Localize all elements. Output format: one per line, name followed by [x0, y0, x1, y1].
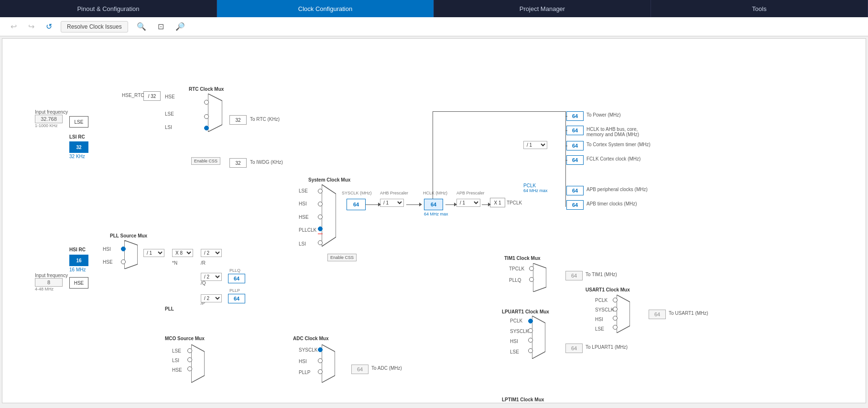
- input-freq-val-1[interactable]: 32.768: [35, 115, 63, 123]
- sys-radio-hse[interactable]: [318, 215, 323, 219]
- pll-src-hse-label: HSE: [103, 259, 113, 265]
- tim1-radio-tpclk[interactable]: [529, 266, 534, 271]
- enable-css-btn-2[interactable]: Enable CSS: [327, 254, 357, 261]
- zoom-in-button[interactable]: 🔍: [134, 20, 149, 33]
- pll-q-select[interactable]: / 2: [201, 273, 222, 281]
- sysclk-val-box[interactable]: 64: [347, 199, 366, 210]
- adc-mux-shape: [322, 344, 335, 383]
- apb-timer-box[interactable]: 64: [566, 200, 584, 210]
- adc-radio-hsi[interactable]: [318, 358, 323, 363]
- to-lpuart1-box[interactable]: 64: [565, 344, 583, 353]
- sysclk-arrow: [378, 203, 381, 206]
- rtc-out-box[interactable]: 32: [229, 115, 247, 125]
- zoom-out-button[interactable]: 🔎: [173, 20, 188, 33]
- tpclk-label: TPCLK: [507, 200, 522, 205]
- ahb-label: AHB Prescaler: [380, 191, 408, 195]
- lpuart1-radio-lse[interactable]: [528, 348, 533, 353]
- usart1-radio-sysclk[interactable]: [613, 307, 618, 311]
- svg-marker-3: [191, 344, 205, 383]
- enable-css-btn-1[interactable]: Enable CSS: [191, 157, 220, 165]
- nav-pinout[interactable]: Pinout & Configuration: [0, 0, 217, 17]
- sys-radio-hsi[interactable]: [318, 202, 323, 206]
- usart1-hsi: HSI: [595, 317, 603, 322]
- cortex-sys-box[interactable]: 64: [566, 141, 584, 150]
- apb-periph-box[interactable]: 64: [566, 186, 584, 195]
- adc-radio-sysclk[interactable]: [318, 347, 323, 352]
- rtc-radio-lse[interactable]: [204, 114, 209, 119]
- hclk-ahb-box[interactable]: 64: [566, 126, 584, 135]
- redo-button[interactable]: ↪: [25, 20, 37, 33]
- right-outputs-vline: [565, 111, 566, 207]
- mco-lsi: LSI: [172, 358, 179, 363]
- adc-out-box[interactable]: 64: [351, 365, 369, 374]
- tim1-radio-pllq[interactable]: [529, 277, 534, 282]
- usart1-radio-pclk[interactable]: [613, 298, 618, 302]
- sys-radio-lse[interactable]: [318, 189, 323, 193]
- sys-radio-lsi[interactable]: [318, 240, 323, 245]
- lsi-rc-label: LSI RC: [69, 134, 85, 140]
- pll-n-select[interactable]: X 8: [172, 249, 193, 257]
- to-rtc-label: To RTC (KHz): [250, 117, 280, 122]
- error-line: [318, 234, 323, 234]
- hsi-value-box[interactable]: 16: [69, 255, 88, 266]
- mco-radio-hse[interactable]: [187, 366, 192, 371]
- sys-radio-pllclk[interactable]: [318, 226, 323, 231]
- input-freq-label-2: Input frequency 8 4-48 MHz: [35, 273, 68, 291]
- fclk-box[interactable]: 64: [566, 155, 584, 165]
- tim1-mux-shape: [533, 263, 546, 292]
- pllm-select[interactable]: / 1: [143, 249, 164, 257]
- fit-button[interactable]: ⊡: [155, 20, 167, 33]
- to-adc-label: To ADC (MHz): [371, 365, 402, 371]
- lpuart1-pclk: PCLK: [510, 318, 522, 323]
- pll-p-select[interactable]: / 2: [201, 294, 222, 302]
- to-tim1-box[interactable]: 64: [565, 271, 583, 280]
- to-tim1-label: To TIM1 (MHz): [586, 272, 617, 277]
- pll-src-radio-hsi[interactable]: [121, 247, 126, 251]
- ahb-select[interactable]: / 1: [380, 199, 404, 207]
- undo-button[interactable]: ↩: [8, 20, 20, 33]
- input-freq-val-2[interactable]: 8: [35, 278, 63, 287]
- top-nav: Pinout & Configuration Clock Configurati…: [0, 0, 868, 17]
- lpuart1-radio-pclk[interactable]: [528, 319, 533, 323]
- input-freq-label-1: Input frequency 32.768 1-1000 KHz: [35, 109, 68, 128]
- hclk-apb-line: [445, 204, 455, 205]
- nav-project[interactable]: Project Manager: [434, 0, 651, 17]
- to-power-label: To Power (MHz): [586, 112, 621, 118]
- hclk-val-box[interactable]: 64: [424, 199, 443, 210]
- lpuart1-mux-shape: [532, 316, 545, 359]
- resolve-clock-button[interactable]: Resolve Clock Issues: [61, 21, 128, 32]
- mco-src-label: MCO Source Mux: [165, 336, 205, 341]
- adc-radio-pllp[interactable]: [318, 369, 323, 374]
- nav-clock[interactable]: Clock Configuration: [217, 0, 434, 17]
- pllq-val-box[interactable]: 64: [228, 274, 245, 283]
- top-div-select[interactable]: / 1: [523, 141, 547, 149]
- rtc-radio-hse[interactable]: [204, 100, 209, 105]
- mco-radio-lsi[interactable]: [187, 357, 192, 362]
- sys-mux-shape: [322, 184, 336, 247]
- q-label: /Q: [201, 280, 206, 286]
- pll-src-radio-hse[interactable]: [121, 259, 126, 264]
- adc-pllp-label: PLLP: [299, 370, 310, 375]
- usart1-radio-hsi[interactable]: [613, 316, 618, 321]
- lsi-value-box[interactable]: 32: [69, 141, 88, 153]
- to-usart1-box[interactable]: 64: [649, 310, 666, 319]
- nav-tools[interactable]: Tools: [651, 0, 868, 17]
- to-power-box[interactable]: 64: [566, 111, 584, 121]
- apb-select[interactable]: / 1: [456, 199, 480, 207]
- sys-hse-label: HSE: [299, 215, 309, 220]
- iwdg-out-box[interactable]: 32: [229, 158, 247, 168]
- pllp-val-box[interactable]: 64: [228, 294, 245, 303]
- pll-label: PLL: [165, 306, 174, 311]
- usart1-radio-lse[interactable]: [613, 325, 618, 330]
- rtc-radio-lsi[interactable]: [204, 126, 209, 130]
- clock-diagram: Input frequency 32.768 1-1000 KHz LSE LS…: [2, 39, 853, 403]
- hsi-freq-label: 16 MHz: [69, 267, 86, 272]
- refresh-button[interactable]: ↺: [43, 20, 55, 33]
- lpuart1-radio-hsi[interactable]: [528, 338, 533, 343]
- lpuart1-radio-sysclk[interactable]: [528, 328, 533, 333]
- usart1-lse: LSE: [595, 326, 604, 332]
- pll-r-select[interactable]: / 2: [201, 249, 222, 257]
- mco-radio-lse[interactable]: [187, 348, 192, 353]
- hclk-label: HCLK (MHz): [423, 191, 447, 195]
- svg-marker-7: [532, 316, 545, 359]
